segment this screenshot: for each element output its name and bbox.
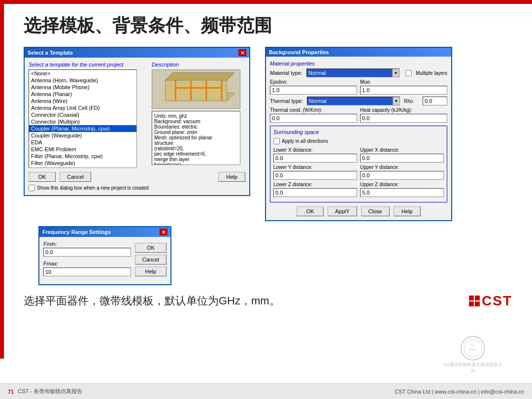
upper-z-input[interactable]: [360, 188, 444, 197]
epsilon-mue-row: Epsilon: 1.0 Mue: 1.0: [270, 79, 447, 95]
multiple-layers-checkbox[interactable]: [405, 70, 412, 76]
background-dialog-titlebar: Background Properties: [266, 48, 451, 57]
upper-z-label: Upper Z distance:: [360, 182, 444, 187]
frequency-inner: Fmin: Fmax: OK Cancel Help: [43, 241, 166, 280]
list-item[interactable]: Filter (Planar, Microstrip, cpw): [29, 153, 136, 160]
list-item[interactable]: Connector (Multipin): [29, 118, 136, 125]
heat-capacity-label: Heat capacity (kJ/K/kg):: [360, 107, 447, 113]
material-type-row: Material type: Normal ▼ Multiple layers: [270, 68, 447, 77]
lower-x-input[interactable]: [273, 154, 357, 163]
template-preview: [152, 69, 240, 109]
list-item[interactable]: Filter (Waveguide): [29, 160, 136, 166]
page-title: 选择模板、背景条件、频带范围: [24, 14, 512, 38]
frequency-help-button[interactable]: Help: [135, 266, 166, 276]
lower-x-group: Lower X distance:: [273, 147, 357, 163]
template-checkbox-row: Show this dialog box when a new project …: [29, 185, 245, 191]
list-item[interactable]: Antenna (Planar): [29, 91, 136, 98]
list-item[interactable]: FSS - Unit Cell (FD): [29, 166, 136, 168]
lower-x-label: Lower X distance:: [273, 147, 357, 153]
fmin-input[interactable]: [43, 248, 131, 257]
list-item[interactable]: Antenna Array Unit Cell (FD): [29, 104, 136, 111]
background-dialog-body: Material properties Material type: Norma…: [266, 57, 451, 220]
cst-logo: CST: [469, 293, 512, 309]
lower-z-label: Lower Z distance:: [273, 182, 357, 187]
fmin-group: Fmin:: [43, 241, 131, 257]
upper-y-input[interactable]: [360, 171, 444, 180]
frequency-cancel-button[interactable]: Cancel: [135, 255, 166, 265]
list-item[interactable]: Coupler (Waveguide): [29, 132, 136, 139]
template-checkbox[interactable]: [29, 185, 35, 191]
mue-input[interactable]: 1.0: [360, 86, 447, 95]
frequency-dialog-titlebar: Frequency Range Settings ✕: [39, 227, 170, 237]
background-ok-button[interactable]: OK: [297, 206, 324, 216]
upper-x-group: Upper X distance:: [360, 147, 444, 163]
upper-y-group: Upper Y distance:: [360, 165, 444, 180]
frequency-dialog-close[interactable]: ✕: [160, 229, 167, 235]
watermark: 5G 通信射频 5G通信射频有源无源滤波器天线: [443, 336, 502, 374]
material-props-label: Material properties: [270, 61, 447, 66]
heat-capacity-group: Heat capacity (kJ/K/kg):: [360, 107, 447, 123]
lower-z-input[interactable]: [273, 188, 357, 197]
template-dialog-close[interactable]: ✕: [238, 49, 246, 56]
background-apply-button[interactable]: ApplY: [328, 206, 357, 216]
background-help-button[interactable]: Help: [394, 206, 421, 216]
template-ok-button[interactable]: OK: [29, 172, 56, 182]
background-dialog-title: Background Properties: [269, 49, 329, 55]
frequency-ok-button[interactable]: OK: [135, 243, 166, 253]
list-item[interactable]: Antenna (Wire): [29, 98, 136, 104]
cst-logo-text: CST: [482, 293, 512, 309]
upper-x-input[interactable]: [360, 154, 444, 163]
list-item[interactable]: EMC-EMI Problem: [29, 146, 136, 153]
list-item[interactable]: Antenna (Horn, Waveguide): [29, 77, 136, 84]
lower-y-input[interactable]: [273, 171, 357, 180]
mue-label: Mue:: [360, 79, 447, 85]
frequency-right: OK Cancel Help: [135, 241, 166, 280]
list-item[interactable]: Connector (Coaxial): [29, 111, 136, 118]
y-distances-row: Lower Y distance: Upper Y distance:: [273, 165, 444, 180]
frequency-dialog: Frequency Range Settings ✕ Fmin: Fmax:: [38, 226, 171, 285]
upper-y-label: Upper Y distance:: [360, 165, 444, 170]
description-label: Description: [152, 62, 245, 67]
frequency-dialog-body: Fmin: Fmax: OK Cancel Help: [39, 237, 170, 284]
list-item[interactable]: <None>: [29, 70, 136, 77]
heat-capacity-input[interactable]: [360, 114, 447, 123]
xy-distances-row: Lower X distance: Upper X distance:: [273, 147, 444, 163]
template-cancel-button[interactable]: Cancel: [60, 172, 91, 182]
thermal-type-select[interactable]: Normal ▼: [307, 97, 400, 105]
material-type-select[interactable]: Normal ▼: [306, 68, 399, 77]
template-right: Description: [152, 62, 245, 168]
background-dialog-buttons: OK ApplY Close Help: [270, 206, 447, 216]
template-help-button[interactable]: Help: [218, 172, 245, 182]
template-list[interactable]: <None> Antenna (Horn, Waveguide) Antenna…: [29, 69, 137, 168]
apply-all-checkbox[interactable]: [273, 138, 280, 144]
footer-left-text: CST - 各类传输线仿真报告: [18, 388, 82, 395]
thermal-cond-input[interactable]: [270, 114, 357, 123]
template-dialog-buttons: OK Cancel Help: [29, 172, 245, 182]
lower-z-group: Lower Z distance:: [273, 182, 357, 197]
lower-y-group: Lower Y distance:: [273, 165, 357, 180]
material-type-value: Normal: [307, 69, 392, 77]
svg-marker-1: [166, 80, 227, 101]
dialogs-row: Select a Template ✕ Select a template fo…: [24, 47, 512, 221]
thermal-type-value: Normal: [307, 97, 393, 105]
top-red-bar: [0, 0, 532, 4]
thermal-type-arrow[interactable]: ▼: [393, 97, 399, 105]
list-item-selected[interactable]: Coupler (Planar, Microstrip, cpw): [29, 125, 136, 132]
epsilon-input[interactable]: 1.0: [270, 86, 357, 95]
cst-logo-square-2: [475, 296, 480, 300]
rho-label: Rho: [404, 99, 419, 104]
list-item[interactable]: EDA: [29, 139, 136, 146]
background-close-button[interactable]: Close: [361, 206, 390, 216]
left-red-bar: [0, 4, 4, 359]
rho-input[interactable]: [423, 97, 447, 105]
material-type-arrow[interactable]: ▼: [392, 69, 399, 77]
watermark-circle: 5G 通信射频: [461, 336, 485, 361]
template-left: Select a template for the current projec…: [29, 62, 148, 168]
upper-x-label: Upper X distance:: [360, 147, 444, 153]
list-item[interactable]: Antenna (Mobile Phone): [29, 84, 136, 91]
fmax-input[interactable]: [43, 267, 131, 276]
thermal-cond-group: Thermal cond. (W/K/m):: [270, 107, 357, 123]
surrounding-space-section: Surrounding space Apply in all direction…: [270, 126, 447, 202]
template-dialog: Select a Template ✕ Select a template fo…: [24, 47, 250, 196]
multiple-layers-label: Multiple layers: [416, 70, 447, 76]
